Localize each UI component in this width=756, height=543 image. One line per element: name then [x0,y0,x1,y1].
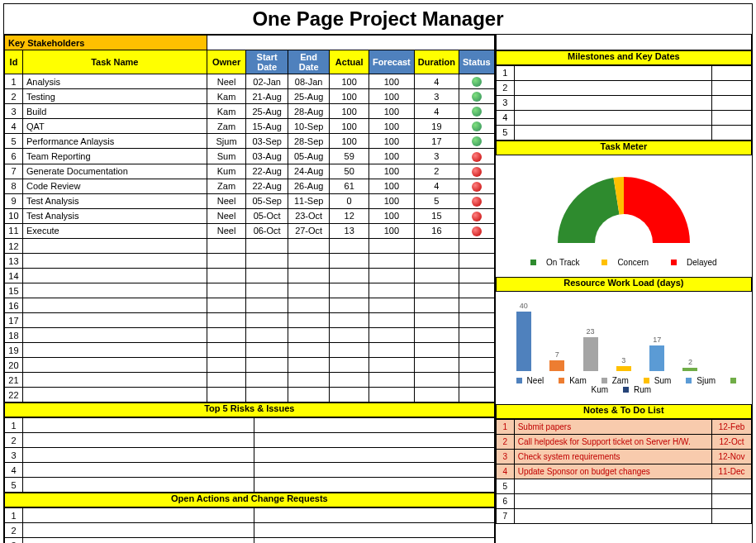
table-row[interactable]: 5Performance AnlaysisSjum03-Sep28-Sep100… [5,134,495,149]
bar-column: 23 [581,327,601,371]
risks-header: Top 5 Risks & Issues [4,402,495,417]
bar-column: 17 [647,336,667,370]
status-dot-icon [472,226,482,236]
table-row[interactable]: 7Generate DocumentationKum22-Aug24-Aug50… [5,164,495,179]
table-row[interactable]: 4QATZam15-Aug10-Sep10010019 [5,119,495,134]
status-dot-icon [472,212,482,221]
table-row[interactable]: 21 [5,373,495,388]
table-row[interactable]: 2 [496,80,751,95]
table-row[interactable]: 2TestingKam21-Aug25-Aug1001003 [5,89,495,104]
table-row[interactable]: 2Call helpdesk for Support ticket on Ser… [496,434,751,449]
workload-legend: NeelKamZamSumSjumKumRum [499,371,749,399]
status-dot-icon [472,197,482,207]
table-row[interactable]: 15 [5,283,495,298]
bar-column: 2 [680,358,700,371]
status-dot-icon [472,152,482,162]
milestones-header: Milestones and Key Dates [496,50,752,65]
actions-table: 12345 [4,507,495,543]
table-row[interactable]: 4 [5,463,495,478]
th-actual: Actual [330,50,369,74]
th-duration: Duration [414,50,459,74]
table-row[interactable]: 20 [5,358,495,373]
th-end: End Date [288,50,329,74]
table-row[interactable]: 3 [496,95,751,110]
workload-header: Resource Work Load (days) [496,277,752,292]
bar-column: 3 [614,356,634,370]
table-row[interactable]: 18 [5,328,495,343]
table-row[interactable]: 1 [496,65,751,80]
table-row[interactable]: 17 [5,313,495,328]
table-row[interactable]: 11ExecuteNeel06-Oct27-Oct1310016 [5,223,495,238]
table-row[interactable]: 9Test AnalysisNeel05-Sep11-Sep01005 [5,193,495,208]
notes-header: Notes & To Do List [496,404,752,419]
table-row[interactable]: 2 [5,523,495,538]
th-owner: Owner [207,50,246,74]
bar-column: 7 [547,350,567,370]
th-start: Start Date [246,50,288,74]
th-status: Status [459,50,495,74]
table-row[interactable]: 1 [5,418,495,433]
status-dot-icon [472,77,482,87]
table-row[interactable]: 3 [5,448,495,463]
bar-column [714,369,734,371]
taskmeter-legend: On Track Concern Delayed [499,253,749,272]
table-row[interactable]: 10Test AnalysisNeel05-Oct23-Oct1210015 [5,208,495,223]
table-row[interactable]: 1Submit papers12-Feb [496,419,751,434]
table-row[interactable]: 3BuildKam25-Aug28-Aug1001004 [5,104,495,119]
table-row[interactable]: 1AnalysisNeel02-Jan08-Jan1001004 [5,74,495,89]
th-forecast: Forecast [368,50,414,74]
milestones-table: 12345 [496,65,752,141]
table-row[interactable]: 13 [5,254,495,269]
stakeholders-header: Key Stakeholders [5,36,207,50]
table-row[interactable]: 4 [496,110,751,125]
actions-header: Open Actions and Change Requests [4,493,495,507]
notes-table: 1Submit papers12-Feb2Call helpdesk for S… [496,419,752,524]
left-panel: Key Stakeholders Id Task Name Owner Star… [4,35,495,543]
status-dot-icon [472,107,482,117]
bar-column: 40 [514,302,534,370]
table-row[interactable]: 1 [5,508,495,523]
table-row[interactable]: 6 [496,493,751,508]
status-dot-icon [472,182,482,192]
th-id: Id [5,50,23,74]
table-row[interactable]: 19 [5,343,495,358]
right-panel: Milestones and Key Dates 12345 Task Mete… [495,35,752,543]
taskmeter-chart: On Track Concern Delayed [496,155,752,277]
table-row[interactable]: 16 [5,298,495,313]
table-row[interactable]: 22 [5,388,495,402]
status-dot-icon [472,167,482,177]
status-dot-icon [472,136,482,146]
table-row[interactable]: 8Code ReviewZam22-Aug26-Aug611004 [5,179,495,193]
workload-chart: 407233172 NeelKamZamSumSjumKumRum [496,292,752,404]
tasks-table: Key Stakeholders Id Task Name Owner Star… [4,35,495,402]
th-name: Task Name [22,50,207,74]
table-row[interactable]: 5 [496,125,751,140]
risks-table: 12345 [4,417,495,493]
table-row[interactable]: 5 [496,479,751,493]
table-row[interactable]: 12 [5,239,495,254]
table-row[interactable]: 6Team ReportingSum03-Aug05-Aug591003 [5,149,495,164]
table-row[interactable]: 2 [5,433,495,448]
status-dot-icon [472,92,482,102]
taskmeter-header: Task Meter [496,141,752,155]
page-title: One Page Project Manager [3,3,753,35]
status-dot-icon [472,121,482,131]
table-row[interactable]: 3Check system requirements12-Nov [496,449,751,464]
table-row[interactable]: 4Update Sponsor on budget changes11-Dec [496,464,751,479]
table-row[interactable]: 14 [5,269,495,283]
table-row[interactable]: 7 [496,508,751,523]
table-row[interactable]: 3 [5,538,495,543]
table-row[interactable]: 5 [5,478,495,493]
